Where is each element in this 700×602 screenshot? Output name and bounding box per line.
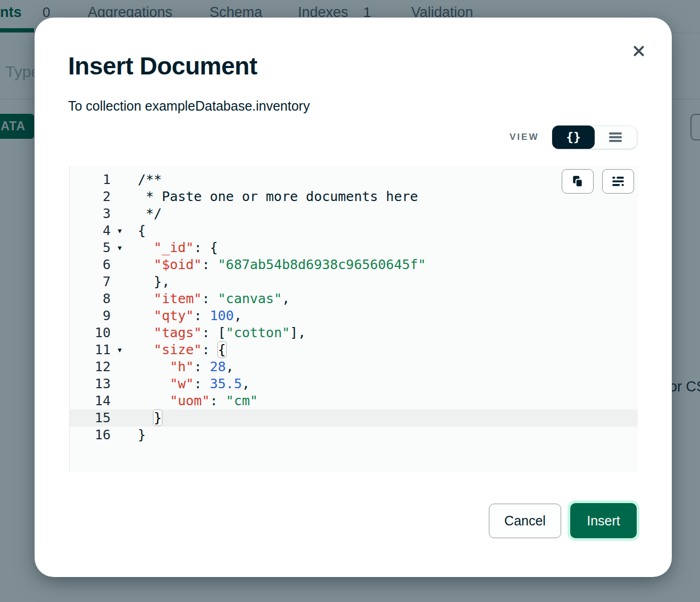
editor-line-12[interactable]: 12 "h": 28, bbox=[70, 358, 638, 375]
code-content: "qty": 100, bbox=[129, 307, 242, 324]
code-token-key: "tags" bbox=[154, 325, 202, 340]
code-token-pun: , bbox=[282, 291, 290, 306]
code-token-num: 100 bbox=[210, 308, 234, 323]
view-toggle-row: VIEW {} bbox=[35, 126, 638, 149]
editor-line-5[interactable]: 5▾ "_id": { bbox=[70, 239, 638, 256]
fold-arrow-icon[interactable]: ▾ bbox=[111, 222, 129, 239]
fold-gutter bbox=[111, 375, 129, 392]
code-token-pun: : bbox=[210, 393, 226, 408]
editor-line-2[interactable]: 2 * Paste one or more documents here bbox=[70, 188, 638, 205]
code-token-pun bbox=[138, 342, 154, 357]
code-token-pun bbox=[138, 308, 154, 323]
code-content: */ bbox=[129, 205, 162, 222]
editor-line-6[interactable]: 6 "$oid": "687ab54b8d6938c96560645f" bbox=[70, 256, 638, 273]
insert-document-modal: Insert Document To collection exampleDat… bbox=[35, 18, 672, 577]
editor-line-4[interactable]: 4▾{ bbox=[70, 222, 638, 239]
code-token-key: "item" bbox=[154, 291, 202, 306]
code-token-key: "w" bbox=[170, 376, 194, 391]
code-token-num: 28 bbox=[210, 359, 226, 374]
fold-gutter bbox=[111, 171, 129, 188]
code-content: "$oid": "687ab54b8d6938c96560645f" bbox=[129, 256, 426, 273]
editor-line-14[interactable]: 14 "uom": "cm" bbox=[70, 392, 638, 409]
format-document-button[interactable] bbox=[602, 169, 634, 194]
line-number: 3 bbox=[70, 205, 111, 222]
code-token-pun: : bbox=[194, 359, 210, 374]
curly-braces-icon: {} bbox=[566, 130, 581, 144]
line-number: 15 bbox=[70, 409, 111, 427]
code-content: { bbox=[129, 222, 146, 239]
cancel-button[interactable]: Cancel bbox=[489, 504, 561, 538]
fold-arrow-icon[interactable]: ▾ bbox=[111, 239, 129, 256]
code-token-str: "cm" bbox=[226, 393, 258, 408]
list-view-icon bbox=[609, 131, 622, 143]
editor-line-13[interactable]: 13 "w": 35.5, bbox=[70, 375, 638, 392]
code-token-key: "$oid" bbox=[154, 257, 202, 272]
code-token-str: "687ab54b8d6938c96560645f" bbox=[218, 257, 426, 272]
code-token-str: "cotton" bbox=[226, 325, 290, 340]
code-token-com: /** bbox=[138, 172, 162, 187]
editor-line-11[interactable]: 11▾ "size": { bbox=[70, 341, 638, 358]
fold-gutter bbox=[111, 409, 129, 427]
editor-line-8[interactable]: 8 "item": "canvas", bbox=[70, 290, 638, 307]
line-number: 12 bbox=[70, 358, 111, 375]
close-button[interactable] bbox=[629, 41, 648, 61]
editor-line-3[interactable]: 3 */ bbox=[70, 205, 638, 222]
list-view-toggle[interactable] bbox=[594, 126, 637, 149]
code-token-pun bbox=[138, 376, 170, 391]
insert-button[interactable]: Insert bbox=[570, 503, 637, 538]
format-icon bbox=[611, 175, 625, 188]
code-token-pun bbox=[138, 257, 154, 272]
fold-gutter bbox=[111, 256, 129, 273]
editor-line-10[interactable]: 10 "tags": ["cotton"], bbox=[70, 324, 638, 341]
line-number: 8 bbox=[70, 290, 111, 307]
code-token-key: "_id" bbox=[154, 240, 194, 255]
fold-arrow-icon[interactable]: ▾ bbox=[111, 341, 129, 358]
line-number: 1 bbox=[70, 171, 111, 188]
code-content: "_id": { bbox=[129, 239, 218, 256]
code-token-num: 35.5 bbox=[210, 376, 241, 391]
code-token-key: "size" bbox=[154, 342, 202, 357]
close-icon bbox=[632, 44, 646, 58]
code-content: "h": 28, bbox=[129, 358, 234, 375]
fold-gutter bbox=[111, 324, 129, 341]
editor-line-15[interactable]: 15 } bbox=[70, 409, 638, 427]
modal-title: Insert Document bbox=[68, 52, 257, 80]
code-token-pun: : bbox=[194, 308, 210, 323]
line-number: 11 bbox=[70, 341, 111, 358]
copy-document-button[interactable] bbox=[562, 169, 594, 194]
line-number: 2 bbox=[70, 188, 111, 205]
fold-gutter bbox=[111, 307, 129, 324]
code-token-key: "h" bbox=[170, 359, 194, 374]
code-token-brk: } bbox=[154, 410, 162, 425]
code-token-pun: : bbox=[202, 257, 218, 272]
code-content: } bbox=[129, 409, 162, 427]
code-token-pun: , bbox=[234, 308, 242, 323]
fold-gutter bbox=[111, 358, 129, 375]
code-token-pun bbox=[138, 291, 154, 306]
copy-icon bbox=[571, 174, 585, 188]
json-view-toggle[interactable]: {} bbox=[552, 126, 595, 149]
line-number: 13 bbox=[70, 375, 111, 392]
editor-line-16[interactable]: 16} bbox=[70, 427, 638, 444]
code-token-key: "qty" bbox=[154, 308, 194, 323]
view-label: VIEW bbox=[510, 132, 539, 143]
editor-line-9[interactable]: 9 "qty": 100, bbox=[70, 307, 638, 324]
line-number: 7 bbox=[70, 273, 111, 290]
code-token-pun: }, bbox=[138, 274, 170, 289]
line-number: 4 bbox=[70, 222, 111, 239]
code-content: "tags": ["cotton"], bbox=[129, 324, 306, 341]
modal-subtitle: To collection exampleDatabase.inventory bbox=[68, 98, 310, 114]
document-json-editor[interactable]: 1/**2 * Paste one or more documents here… bbox=[69, 166, 638, 472]
line-number: 16 bbox=[70, 427, 111, 444]
editor-line-7[interactable]: 7 }, bbox=[70, 273, 638, 290]
code-content: "item": "canvas", bbox=[129, 290, 290, 307]
code-token-pun: : bbox=[202, 342, 218, 357]
code-content: "w": 35.5, bbox=[129, 375, 250, 392]
editor-line-1[interactable]: 1/** bbox=[70, 171, 638, 188]
code-token-com: * Paste one or more documents here bbox=[138, 189, 418, 204]
fold-gutter bbox=[111, 188, 129, 205]
code-token-pun bbox=[138, 325, 154, 340]
fold-gutter bbox=[111, 205, 129, 222]
code-content: "uom": "cm" bbox=[129, 392, 258, 409]
code-token-key: "uom" bbox=[170, 393, 210, 408]
